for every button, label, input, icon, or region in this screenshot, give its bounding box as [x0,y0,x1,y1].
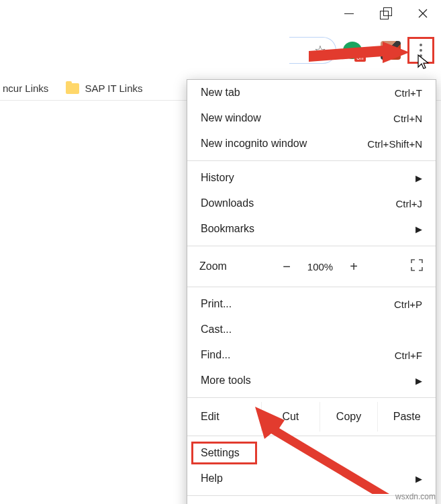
menu-new-tab[interactable]: New tab Ctrl+T [187,80,436,105]
menu-incognito[interactable]: New incognito window Ctrl+Shift+N [187,131,436,156]
chevron-right-icon: ▶ [415,376,422,386]
chevron-right-icon: ▶ [415,224,422,234]
folder-icon [66,83,79,94]
extension-badge: off [354,53,366,62]
bookmark-star-icon[interactable]: ☆ [314,42,326,58]
zoom-out-button[interactable]: − [273,259,300,274]
menu-downloads[interactable]: Downloads Ctrl+J [187,191,436,216]
window-minimize[interactable] [330,0,367,27]
menu-new-window[interactable]: New window Ctrl+N [187,105,436,131]
edit-paste[interactable]: Paste [377,402,436,432]
zoom-level: 100% [300,261,340,272]
chrome-menu-button[interactable] [407,37,434,64]
zoom-in-button[interactable]: + [340,259,367,274]
menu-separator [187,246,436,246]
chevron-right-icon: ▶ [415,474,422,484]
menu-print[interactable]: Print... Ctrl+P [187,291,436,317]
window-maximize[interactable] [367,0,404,27]
bookmark-folder[interactable]: ncur Links [3,83,48,94]
menu-edit: Edit Cut Copy Paste [187,402,436,432]
menu-separator [187,397,436,398]
menu-history[interactable]: History ▶ [187,165,436,191]
menu-settings[interactable]: Settings [187,440,436,466]
window-close[interactable] [404,0,441,27]
watermark: wsxdn.com [395,492,436,501]
bookmark-label: ncur Links [3,83,48,94]
extension-icon[interactable]: off [343,42,362,59]
fullscreen-button[interactable] [410,258,424,274]
menu-separator [187,436,436,436]
edit-cut[interactable]: Cut [261,402,320,432]
chrome-main-menu: New tab Ctrl+T New window Ctrl+N New inc… [187,79,436,504]
menu-bookmarks[interactable]: Bookmarks ▶ [187,216,436,242]
bookmark-label: SAP IT Links [85,83,142,94]
menu-separator [187,160,436,161]
profile-avatar[interactable] [381,41,401,60]
omnibox-actions: ☆ [289,37,336,64]
edit-copy[interactable]: Copy [320,402,378,432]
menu-help[interactable]: Help ▶ [187,466,436,491]
menu-find[interactable]: Find... Ctrl+F [187,342,436,368]
menu-zoom: Zoom − 100% + [187,250,436,283]
menu-cast[interactable]: Cast... [187,317,436,342]
menu-separator [187,287,436,287]
menu-more-tools[interactable]: More tools ▶ [187,368,436,393]
chevron-right-icon: ▶ [415,173,422,183]
bookmark-folder[interactable]: SAP IT Links [66,83,142,94]
